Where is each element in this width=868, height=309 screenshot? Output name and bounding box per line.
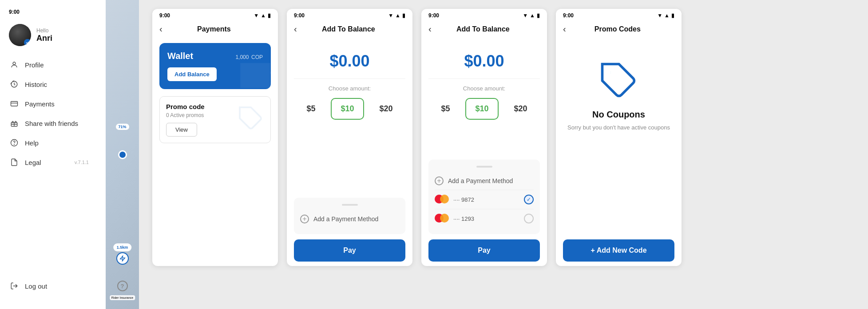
file-icon (10, 158, 19, 167)
card-icon (10, 99, 19, 108)
screen2-divider (294, 78, 405, 79)
signal-icon: ▲ (395, 12, 400, 19)
svg-point-0 (13, 62, 16, 65)
wifi-icon: ▼ (388, 12, 393, 19)
sidebar-historic-label: Historic (25, 81, 47, 88)
screen2-pay-button[interactable]: Pay (294, 239, 405, 262)
sidebar-nav: Profile Historic Payments Share with fri… (0, 55, 106, 172)
logout-label: Log out (25, 282, 47, 290)
battery-icon: ▮ (671, 12, 674, 19)
map-area: 1.5km 71% Rider Insurance ? (106, 0, 139, 309)
map-help-icon[interactable]: ? (117, 281, 128, 291)
screen2-choose-label: Choose amount: (294, 85, 405, 92)
sidebar-item-share[interactable]: Share with friends (0, 113, 106, 133)
user-hello: Hello (36, 27, 52, 34)
screen3-amount-5[interactable]: $5 (431, 98, 460, 120)
screen3-plus-icon: + (435, 176, 444, 185)
screen2-balance: $0.00 (294, 43, 405, 75)
promo-tag-icon (238, 105, 264, 133)
screen3-header: ‹ Add To Balance (421, 20, 547, 39)
card-radio-icon-2 (524, 214, 534, 223)
help-circle-icon (10, 138, 19, 147)
screen2-payment-section: + Add a Payment Method (294, 198, 405, 234)
amount-5[interactable]: $5 (297, 98, 325, 120)
screen2-add-payment-label: Add a Payment Method (313, 215, 378, 223)
wallet-label: Wallet (167, 51, 193, 61)
screen1-status-bar: 9:00 ▼ ▲ ▮ (152, 9, 278, 20)
screen3-status-bar: 9:00 ▼ ▲ ▮ (421, 9, 547, 20)
map-pin (118, 150, 127, 159)
sidebar-item-legal[interactable]: Legal v.7.1.1 (0, 153, 106, 172)
version-label: v.7.1.1 (75, 160, 96, 165)
screen1-back-button[interactable]: ‹ (159, 24, 163, 34)
screen3-payment-section: + Add a Payment Method ···· 9872 ✓ (428, 160, 540, 234)
screen4-back-button[interactable]: ‹ (563, 24, 566, 34)
map-distance: 1.5km (113, 243, 132, 251)
screen3-card-row-1[interactable]: ···· 9872 ✓ (435, 190, 534, 209)
screen3-time: 9:00 (428, 12, 439, 19)
no-coupons-sub: Sorry but you don't have active coupons (563, 124, 674, 131)
screen2-status-bar: 9:00 ▼ ▲ ▮ (287, 9, 412, 20)
screen3-divider (428, 78, 540, 79)
charge-icon (116, 252, 129, 265)
sidebar-profile-label: Profile (25, 61, 44, 69)
battery-icon: ▮ (402, 12, 405, 19)
screen3-body: $0.00 Choose amount: $5 $10 $20 + Add a … (421, 39, 547, 266)
screen3-amount-10[interactable]: $10 (465, 98, 498, 120)
phones-container: 9:00 ▼ ▲ ▮ ‹ Payments Wallet 1,000 COP A… (139, 0, 868, 309)
signal-icon: ▲ (530, 12, 535, 19)
sidebar-item-payments[interactable]: Payments (0, 94, 106, 113)
svg-point-6 (14, 144, 15, 145)
screen3-pay-button[interactable]: Pay (428, 239, 540, 262)
plus-icon: + (300, 215, 309, 223)
wifi-icon: ▼ (657, 12, 662, 19)
signal-icon: ▲ (664, 12, 670, 19)
screen3-add-payment-label: Add a Payment Method (448, 177, 513, 184)
logout-button[interactable]: Log out (0, 276, 106, 296)
sidebar-bottom: Log out (0, 272, 106, 300)
sidebar-help-label: Help (25, 139, 39, 147)
screen-promo-codes: 9:00 ▼ ▲ ▮ ‹ Promo Codes No Coupons Sorr… (556, 9, 682, 266)
screen3-choose-label: Choose amount: (428, 85, 540, 92)
card-dots-1: ···· 9872 (453, 196, 519, 203)
screen4-header: ‹ Promo Codes (556, 20, 682, 39)
map-progress: 71% (115, 124, 129, 130)
screen4-time: 9:00 (563, 12, 574, 19)
promo-code-section: Promo code 0 Active promos View (159, 96, 271, 143)
screen2-header: ‹ Add To Balance (287, 20, 412, 39)
battery-icon: ▮ (537, 12, 540, 19)
user-info: Hello Anri (36, 27, 52, 43)
screen2-body: $0.00 Choose amount: $5 $10 $20 + Add a … (287, 39, 412, 266)
sidebar-user: Hello Anri (0, 20, 106, 55)
add-code-button[interactable]: + Add New Code (563, 239, 674, 262)
screen4-title: Promo Codes (570, 25, 666, 33)
sidebar-item-help[interactable]: Help (0, 133, 106, 153)
gift-icon (10, 119, 19, 128)
add-balance-button[interactable]: Add Balance (167, 67, 217, 81)
screen-add-balance-2: 9:00 ▼ ▲ ▮ ‹ Add To Balance $0.00 Choose… (421, 9, 547, 266)
mastercard-icon-2 (435, 214, 449, 223)
screen2-add-payment-row[interactable]: + Add a Payment Method (300, 210, 399, 228)
screen2-back-button[interactable]: ‹ (294, 24, 297, 34)
screen2-title: Add To Balance (301, 25, 396, 33)
screen2-amount-options: $5 $10 $20 (294, 98, 405, 120)
signal-icon: ▲ (261, 12, 266, 19)
amount-10[interactable]: $10 (331, 98, 364, 120)
screen-payments: 9:00 ▼ ▲ ▮ ‹ Payments Wallet 1,000 COP A… (152, 9, 278, 266)
history-icon (10, 80, 19, 89)
sidebar-payments-label: Payments (25, 100, 55, 108)
screen3-amount-20[interactable]: $20 (504, 98, 537, 120)
promo-codes-icon (563, 43, 674, 110)
sidebar-share-label: Share with friends (25, 120, 78, 127)
screen-add-balance-1: 9:00 ▼ ▲ ▮ ‹ Add To Balance $0.00 Choose… (287, 9, 412, 266)
sidebar-item-historic[interactable]: Historic (0, 74, 106, 94)
amount-20[interactable]: $20 (369, 98, 402, 120)
screen3-add-payment-row[interactable]: + Add a Payment Method (435, 172, 534, 190)
battery-icon: ▮ (268, 12, 271, 19)
screen3-card-row-2[interactable]: ···· 1293 (435, 209, 534, 228)
screen3-back-button[interactable]: ‹ (428, 24, 432, 34)
sidebar: 9:00 Hello Anri Profile Historic (0, 0, 106, 309)
sidebar-item-profile[interactable]: Profile (0, 55, 106, 74)
promo-view-button[interactable]: View (166, 123, 197, 137)
rider-insurance: Rider Insurance (110, 295, 135, 300)
